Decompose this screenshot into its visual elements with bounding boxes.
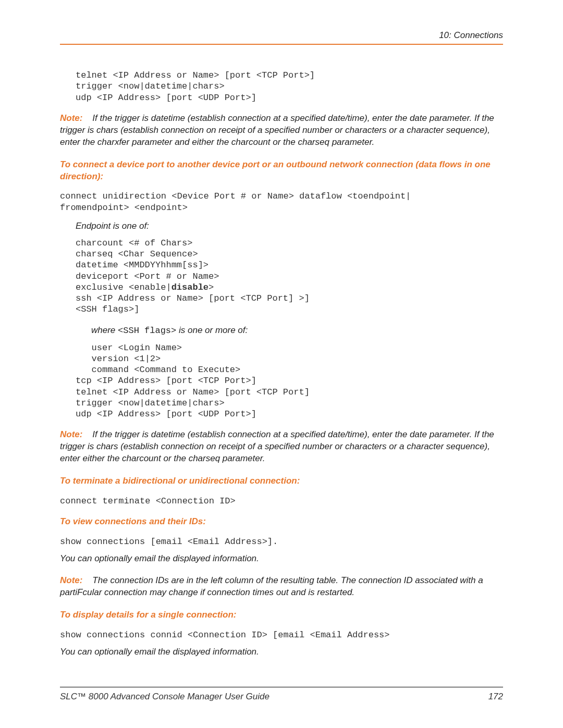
code-bold: disable bbox=[172, 282, 209, 292]
where-prefix: where bbox=[91, 325, 118, 335]
code-line: show connections connid <Connection ID> … bbox=[60, 630, 390, 640]
code-block-4: user <Login Name> version <1|2> command … bbox=[76, 342, 503, 420]
code-line: deviceport <Port # or Name> bbox=[76, 272, 219, 281]
code-line: tcp <IP Address> [port <TCP Port>] bbox=[76, 376, 256, 386]
code-line: telnet <IP Address or Name> [port <TCP P… bbox=[76, 387, 310, 397]
code-line: > bbox=[209, 282, 214, 292]
note-text: If the trigger is datetime (establish co… bbox=[60, 429, 494, 463]
code-block-6: show connections [email <Email Address>]… bbox=[60, 536, 503, 547]
where-clause: where <SSH flags> is one or more of: bbox=[91, 325, 503, 337]
email-info-1: You can optionally email the displayed i… bbox=[60, 553, 503, 565]
page-container: 10: Connections telnet <IP Address or Na… bbox=[0, 0, 563, 728]
note-label: Note: bbox=[60, 575, 82, 585]
page-footer: SLC™ 8000 Advanced Console Manager User … bbox=[60, 687, 503, 702]
code-line: user <Login Name> bbox=[92, 343, 182, 353]
code-line: charseq <Char Sequence> bbox=[76, 249, 198, 259]
code-line: udp <IP Address> [port <UDP Port>] bbox=[76, 409, 256, 419]
heading-terminate: To terminate a bidirectional or unidirec… bbox=[60, 475, 503, 487]
endpoint-label: Endpoint is one of: bbox=[76, 220, 503, 232]
code-block-2: connect unidirection <Device Port # or N… bbox=[60, 191, 503, 213]
code-line: telnet <IP Address or Name> [port <TCP P… bbox=[76, 70, 315, 80]
code-line: charcount <# of Chars> bbox=[76, 238, 192, 248]
where-suffix: is one or more of: bbox=[176, 325, 248, 335]
code-line: exclusive <enable| bbox=[76, 282, 172, 292]
code-line: <SSH flags>] bbox=[76, 304, 139, 314]
heading-view-connections: To view connections and their IDs: bbox=[60, 516, 503, 528]
code-block-3: charcount <# of Chars> charseq <Char Seq… bbox=[76, 238, 503, 315]
note-label: Note: bbox=[60, 113, 82, 123]
where-code: <SSH flags> bbox=[118, 326, 176, 336]
code-block-7: show connections connid <Connection ID> … bbox=[60, 630, 503, 640]
note-3: Note: The connection IDs are in the left… bbox=[60, 575, 503, 599]
code-line: udp <IP Address> [port <UDP Port>] bbox=[76, 93, 256, 103]
note-text: If the trigger is datetime (establish co… bbox=[60, 113, 494, 147]
page-header: 10: Connections bbox=[60, 30, 503, 45]
code-line: datetime <MMDDYYhhmm[ss]> bbox=[76, 260, 209, 270]
note-label: Note: bbox=[60, 429, 82, 439]
email-info-2: You can optionally email the displayed i… bbox=[60, 646, 503, 658]
code-line: fromendpoint> <endpoint> bbox=[60, 203, 188, 213]
note-1: Note: If the trigger is datetime (establ… bbox=[60, 113, 503, 149]
code-line: show connections [email <Email Address>]… bbox=[60, 537, 278, 547]
code-line: ssh <IP Address or Name> [port <TCP Port… bbox=[76, 293, 310, 303]
footer-title: SLC™ 8000 Advanced Console Manager User … bbox=[60, 692, 270, 702]
code-line: version <1|2> bbox=[92, 354, 161, 364]
heading-display-details: To display details for a single connecti… bbox=[60, 609, 503, 621]
heading-connect-unidirection: To connect a device port to another devi… bbox=[60, 159, 503, 183]
note-2: Note: If the trigger is datetime (establ… bbox=[60, 429, 503, 465]
code-line: trigger <now|datetime|chars> bbox=[76, 398, 225, 408]
code-line: trigger <now|datetime|chars> bbox=[76, 81, 225, 91]
footer-page-number: 172 bbox=[488, 692, 503, 702]
code-block-1: telnet <IP Address or Name> [port <TCP P… bbox=[76, 70, 503, 103]
chapter-label: 10: Connections bbox=[439, 30, 503, 40]
code-line: command <Command to Execute> bbox=[92, 365, 241, 375]
code-line: connect unidirection <Device Port # or N… bbox=[60, 191, 411, 201]
code-block-5: connect terminate <Connection ID> bbox=[60, 496, 503, 507]
code-line: connect terminate <Connection ID> bbox=[60, 496, 236, 506]
note-text: The connection IDs are in the left colum… bbox=[60, 575, 483, 597]
